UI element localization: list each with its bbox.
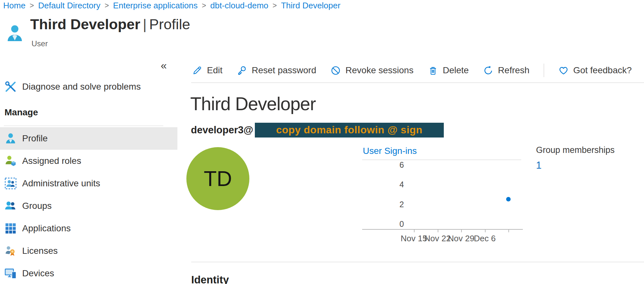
- page-title-divider: |: [140, 16, 149, 32]
- key-icon: [237, 65, 247, 76]
- sidebar-item-diagnose[interactable]: Diagnose and solve problems: [0, 79, 177, 94]
- command-label: Revoke sessions: [345, 65, 414, 75]
- breadcrumb-link-enterprise-applications[interactable]: Enterprise applications: [113, 1, 198, 11]
- command-bar-divider: [191, 83, 644, 83]
- sidebar-section-divider: [4, 126, 163, 126]
- sidebar-item-licenses[interactable]: Licenses: [0, 240, 177, 262]
- x-axis-tick: [508, 229, 509, 232]
- page-title-name: Third Developer: [30, 16, 140, 32]
- x-axis-tick: [414, 229, 415, 232]
- breadcrumb-link-dbt-cloud-demo[interactable]: dbt-cloud-demo: [210, 1, 268, 11]
- role-icon: [4, 155, 17, 167]
- command-bar-separator: [544, 64, 544, 77]
- y-axis-label: 4: [389, 180, 404, 189]
- signins-chart-title-rule: [362, 160, 521, 160]
- sidebar-item-label: Profile: [22, 133, 48, 144]
- sidebar-item-label: Devices: [22, 268, 54, 279]
- azure-portal-user-profile-page: Home>Default Directory>Enterprise applic…: [0, 0, 644, 284]
- x-axis-label: Dec 6: [467, 234, 503, 244]
- breadcrumb-separator: >: [30, 1, 34, 10]
- diagnose-icon: [4, 81, 17, 93]
- user-principal-name: developer3@ copy domain followin @ sign: [191, 122, 444, 138]
- pencil-icon: [192, 65, 202, 76]
- sidebar-item-label: Groups: [22, 201, 52, 211]
- user-icon: [4, 132, 17, 145]
- identity-section-divider: [191, 262, 644, 262]
- avatar: TD: [186, 147, 249, 210]
- sidebar-item-label: Licenses: [22, 246, 58, 256]
- breadcrumb-separator: >: [104, 1, 109, 10]
- page-title-section: Profile: [149, 16, 190, 32]
- trash-icon: [428, 65, 438, 76]
- page-subtitle: User: [31, 39, 48, 48]
- sidebar-item-profile[interactable]: Profile: [0, 127, 177, 150]
- x-axis-line: [362, 229, 523, 230]
- command-label: Refresh: [498, 65, 530, 75]
- user-display-name: Third Developer: [190, 93, 316, 114]
- y-axis-label: 2: [389, 200, 404, 209]
- edit-button[interactable]: Edit: [192, 65, 222, 76]
- command-bar: EditReset passwordRevoke sessionsDeleteR…: [192, 62, 632, 79]
- command-label: Got feedback?: [573, 65, 632, 75]
- got-feedback-button[interactable]: Got feedback?: [558, 65, 632, 76]
- signins-chart: User Sign-ins 0246Nov 15Nov 22Nov 29Dec …: [362, 145, 537, 253]
- group-memberships-value[interactable]: 1: [536, 160, 615, 171]
- sidebar-item-label: Diagnose and solve problems: [22, 82, 141, 92]
- sidebar-item-groups[interactable]: Groups: [0, 195, 177, 217]
- user-icon: [5, 24, 24, 45]
- breadcrumb-link-home[interactable]: Home: [3, 1, 25, 11]
- data-point: [506, 197, 511, 201]
- breadcrumb-link-default-directory[interactable]: Default Directory: [38, 1, 101, 11]
- group-memberships-label: Group memberships: [536, 145, 615, 155]
- sidebar-item-assigned-roles[interactable]: Assigned roles: [0, 150, 177, 172]
- page-title: Third Developer|Profile: [30, 16, 190, 33]
- breadcrumb-separator: >: [202, 1, 206, 10]
- x-axis-tick: [461, 229, 462, 232]
- signins-chart-title[interactable]: User Sign-ins: [363, 146, 417, 156]
- y-axis-label: 0: [389, 219, 404, 229]
- groups-icon: [4, 200, 17, 212]
- sidebar-item-devices[interactable]: Devices: [0, 262, 177, 284]
- sidebar: « Diagnose and solve problems Manage Pro…: [0, 48, 179, 284]
- block-icon: [330, 65, 341, 76]
- command-label: Edit: [207, 65, 222, 75]
- admin-units-icon: [4, 177, 17, 190]
- devices-icon: [4, 267, 17, 280]
- group-memberships-card: Group memberships 1: [536, 145, 615, 171]
- breadcrumb-link-third-developer[interactable]: Third Developer: [281, 1, 340, 11]
- sidebar-item-administrative-units[interactable]: Administrative units: [0, 172, 177, 195]
- command-label: Reset password: [252, 65, 316, 75]
- sidebar-item-label: Administrative units: [22, 178, 100, 189]
- heart-icon: [558, 65, 569, 76]
- revoke-sessions-button[interactable]: Revoke sessions: [330, 65, 414, 76]
- redaction-overlay: copy domain followin @ sign: [255, 123, 444, 138]
- upn-prefix: developer3@: [191, 124, 253, 136]
- breadcrumb: Home>Default Directory>Enterprise applic…: [3, 1, 340, 11]
- license-icon: [4, 245, 17, 257]
- delete-button[interactable]: Delete: [428, 65, 469, 76]
- identity-section-title: Identity: [191, 274, 229, 284]
- sidebar-item-label: Assigned roles: [22, 156, 81, 166]
- y-axis-label: 6: [389, 160, 404, 169]
- refresh-icon: [483, 65, 494, 76]
- sidebar-item-applications[interactable]: Applications: [0, 217, 177, 240]
- refresh-button[interactable]: Refresh: [483, 65, 530, 76]
- breadcrumb-separator: >: [273, 1, 277, 10]
- x-axis-tick: [438, 229, 438, 232]
- reset-password-button[interactable]: Reset password: [237, 65, 316, 76]
- sidebar-item-label: Applications: [22, 223, 71, 234]
- sidebar-collapse-button[interactable]: «: [161, 59, 167, 72]
- command-label: Delete: [443, 65, 469, 75]
- x-axis-tick: [485, 229, 486, 232]
- grid-icon: [4, 222, 17, 235]
- sidebar-section-manage: Manage: [4, 107, 38, 118]
